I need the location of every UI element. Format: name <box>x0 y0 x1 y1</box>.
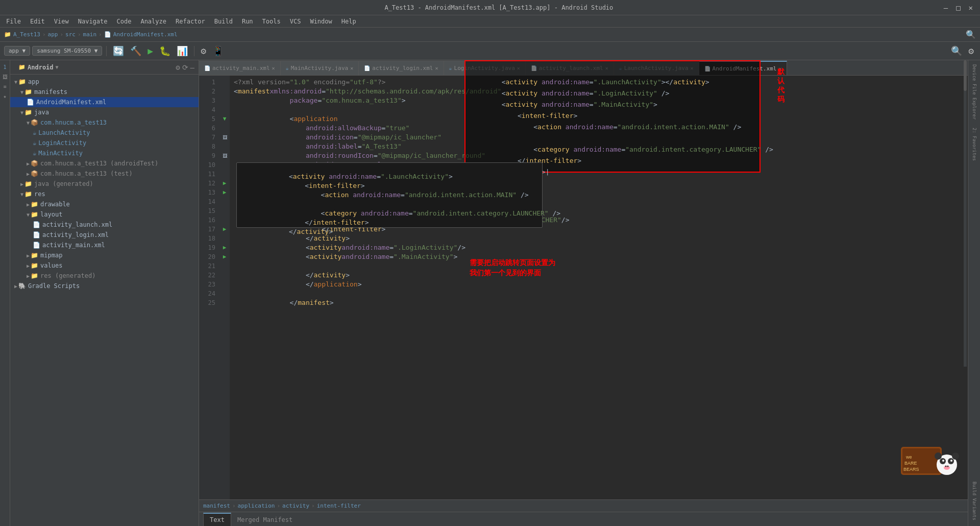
sync-button[interactable]: 🔄 <box>111 44 126 57</box>
tree-item-mainactivity[interactable]: ☕ MainActivity <box>10 148 199 158</box>
scrollbar-thumb[interactable] <box>964 60 967 91</box>
project-header-icons: ⚙ ⟳ — <box>176 63 194 71</box>
tree-item-res-generated[interactable]: ▶ 📁 res (generated) <box>10 271 199 281</box>
bc-application[interactable]: application <box>238 503 275 509</box>
menu-build[interactable]: Build <box>210 17 237 26</box>
nav-main[interactable]: main <box>83 31 97 38</box>
tree-item-java-generated[interactable]: ▶ 📁 java (generated) <box>10 179 199 189</box>
tree-item-loginactivity[interactable]: ☕ LoginActivity <box>10 138 199 148</box>
svg-point-12 <box>945 466 947 467</box>
tab-merged-manifest[interactable]: Merged Manifest <box>231 514 299 526</box>
svg-text:we: we <box>905 455 912 460</box>
profile-button[interactable]: 📊 <box>175 44 190 57</box>
chinese-annotation: 需要把启动跳转页面设置为 我们第一个见到的界面 <box>470 258 555 278</box>
sdk-manager-button[interactable]: ⚙ <box>199 44 208 57</box>
tree-item-androidmanifest[interactable]: 📄 AndroidManifest.xml <box>10 97 199 107</box>
tree-item-drawable[interactable]: ▶ 📁 drawable <box>10 199 199 209</box>
project-minimize-icon[interactable]: — <box>190 63 194 71</box>
svg-point-9 <box>942 460 944 462</box>
menu-edit[interactable]: Edit <box>26 17 49 26</box>
search-everywhere-icon[interactable]: 🔍 <box>966 30 976 39</box>
project-dropdown[interactable]: 📁 Android ▼ <box>14 64 63 71</box>
tree-item-activity-launch[interactable]: 📄 activity_launch.xml <box>10 220 199 230</box>
project-settings-icon[interactable]: ⚙ <box>176 63 180 71</box>
left-tool-strip: 1 🖼 ≡ ★ <box>0 60 10 526</box>
tree-item-activity-main[interactable]: 📄 activity_main.xml <box>10 240 199 250</box>
menu-view[interactable]: View <box>50 17 73 26</box>
tree-item-gradle[interactable]: ▶ 🐘 Gradle Scripts <box>10 281 199 291</box>
scrollbar-track[interactable] <box>964 60 967 367</box>
svg-point-13 <box>947 466 949 467</box>
menu-run[interactable]: Run <box>238 17 257 26</box>
red-box-annotation: 默认代码 <box>777 65 785 104</box>
device-file-explorer-icon[interactable]: Device File Explorer <box>972 64 977 119</box>
bear-image: we BARE BEARS <box>898 444 960 495</box>
tree-item-res[interactable]: ▼ 📁 res <box>10 189 199 199</box>
menu-refactor[interactable]: Refactor <box>172 17 209 26</box>
tree-item-launchactivity[interactable]: ☕ LaunchActivity <box>10 128 199 138</box>
project-icon[interactable]: 1 <box>3 64 6 70</box>
code-line-18: </activity> <box>234 234 964 243</box>
menu-navigate[interactable]: Navigate <box>74 17 112 26</box>
favorites-icon[interactable]: 2: Favorites <box>972 128 977 161</box>
tree-item-java[interactable]: ▼ 📁 java <box>10 107 199 117</box>
menu-help[interactable]: Help <box>337 17 360 26</box>
structure-icon[interactable]: ≡ <box>3 84 6 89</box>
nav-file[interactable]: AndroidManifest.xml <box>113 31 178 38</box>
settings-button[interactable]: ⚙ <box>966 44 976 57</box>
search-button[interactable]: 🔍 <box>949 44 964 57</box>
tree-item-layout[interactable]: ▼ 📁 layout <box>10 209 199 220</box>
minimize-button[interactable]: — <box>942 4 950 12</box>
nav-app[interactable]: app <box>48 31 58 38</box>
run-button[interactable]: ▶ <box>145 44 155 57</box>
title-bar: A_Test13 - AndroidManifest.xml [A_Test13… <box>0 0 980 15</box>
menu-file[interactable]: File <box>2 17 25 26</box>
code-line-23: </application> <box>234 280 964 289</box>
device-selector[interactable]: samsung SM-G9550 ▼ <box>32 46 102 56</box>
popup-line-1: <activity android:name=".LaunchActivity"… <box>237 163 542 172</box>
bc-intent-filter[interactable]: intent-filter <box>317 503 361 509</box>
window-title: A_Test13 - AndroidManifest.xml [A_Test13… <box>56 4 942 11</box>
nav-src[interactable]: src <box>65 31 76 38</box>
resource-manager-icon[interactable]: 🖼 <box>3 74 8 80</box>
tree-item-values[interactable]: ▶ 📁 values <box>10 260 199 271</box>
bc-manifest[interactable]: manifest <box>203 503 230 509</box>
bc-activity[interactable]: activity <box>282 503 309 509</box>
avd-manager-button[interactable]: 📱 <box>210 44 226 57</box>
svg-point-14 <box>935 452 942 460</box>
tree-item-mipmap[interactable]: ▶ 📁 mipmap <box>10 250 199 260</box>
code-gutter: ▼ 🖼 🖼 ▶ ▶ ▶ ▶ ▶ <box>219 76 230 499</box>
tab-mainactivity-java[interactable]: ☕ MainActivity.java ✕ <box>281 61 359 75</box>
line-numbers: 12345 678910 1112131415 1617181920 21222… <box>199 76 219 499</box>
menu-vcs[interactable]: VCS <box>286 17 305 26</box>
bookmarks-icon[interactable]: ★ <box>3 93 6 99</box>
project-header: 📁 Android ▼ ⚙ ⟳ — <box>10 60 199 75</box>
tree-item-package-main[interactable]: ▼ 📦 com.hnucm.a_test13 <box>10 117 199 128</box>
debug-button[interactable]: 🐛 <box>157 44 173 57</box>
tab-activity-main-xml[interactable]: 📄 activity_main.xml ✕ <box>199 61 281 75</box>
red-box-line-1: <activity android:name=".LaunchActivity"… <box>470 65 773 77</box>
build-button[interactable]: 🔨 <box>128 44 143 57</box>
maximize-button[interactable]: □ <box>954 4 962 12</box>
tab-activity-login-xml[interactable]: 📄 activity_login.xml ✕ <box>359 61 444 75</box>
menu-analyze[interactable]: Analyze <box>136 17 170 26</box>
code-line-20: <activity android:name=".MainActivity"> <box>234 252 964 261</box>
tree-item-app[interactable]: ▼ 📁 app <box>10 77 199 87</box>
close-button[interactable]: ✕ <box>967 4 975 12</box>
project-sync-icon[interactable]: ⟳ <box>182 63 188 71</box>
title-controls[interactable]: — □ ✕ <box>942 4 975 12</box>
tree-item-activity-login[interactable]: 📄 activity_login.xml <box>10 230 199 240</box>
menu-window[interactable]: Window <box>306 17 336 26</box>
menu-tools[interactable]: Tools <box>258 17 285 26</box>
project-title: Android <box>28 64 54 71</box>
tab-text[interactable]: Text <box>203 513 231 526</box>
nav-project[interactable]: A_Test13 <box>13 31 40 38</box>
tree-item-manifests[interactable]: ▼ 📁 manifests <box>10 87 199 97</box>
svg-point-15 <box>952 452 959 460</box>
tree-item-package-androidtest[interactable]: ▶ 📦 com.hnucm.a_test13 (androidTest) <box>10 158 199 169</box>
tree-item-package-test[interactable]: ▶ 📦 com.hnucm.a_test13 (test) <box>10 169 199 179</box>
menu-code[interactable]: Code <box>113 17 136 26</box>
code-line-25: </manifest> <box>234 298 964 307</box>
app-selector[interactable]: app ▼ <box>4 46 30 56</box>
build-variants-icon[interactable]: Build Variants <box>972 482 977 520</box>
